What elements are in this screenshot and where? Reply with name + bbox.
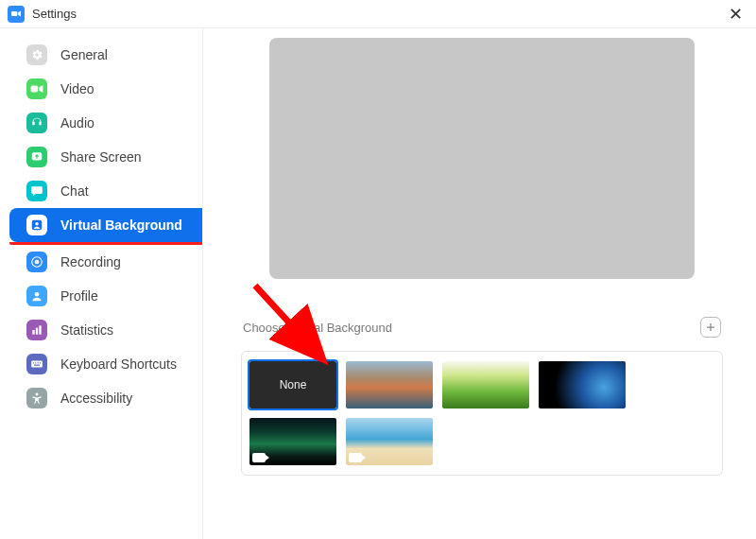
svg-rect-16 [34,365,40,366]
content-container: General Video Audio Share Screen Chat [0,28,756,539]
sidebar-item-label: Accessibility [60,391,132,406]
video-badge-icon [252,453,266,462]
add-background-button[interactable] [700,317,721,338]
sidebar-item-label: General [60,47,108,62]
titlebar: Settings ✕ [0,0,756,28]
svg-point-17 [36,392,39,395]
background-thumb-grass[interactable] [442,361,529,409]
sidebar-item-label: Profile [60,288,98,304]
sidebar-item-recording[interactable]: Recording [9,245,202,279]
share-screen-icon [26,147,47,167]
background-list: None [241,351,723,476]
recording-icon [26,252,47,272]
background-thumb-bridge[interactable] [346,361,433,409]
sidebar-item-label: Share Screen [60,149,142,165]
svg-rect-9 [36,328,38,335]
chat-icon [26,181,47,201]
background-thumb-none-label: None [280,378,307,391]
svg-rect-14 [38,362,39,363]
background-thumb-aurora[interactable] [249,418,336,465]
sidebar-item-share-screen[interactable]: Share Screen [9,140,202,174]
close-button[interactable]: ✕ [723,4,748,25]
svg-rect-1 [31,86,39,93]
svg-rect-0 [11,11,17,16]
app-icon [8,6,25,23]
svg-point-7 [35,292,40,297]
statistics-icon [26,320,47,340]
video-badge-icon [349,453,362,462]
choose-background-row: Choose Virtual Background [241,317,723,338]
choose-background-label: Choose Virtual Background [243,321,392,335]
svg-rect-12 [33,362,34,363]
sidebar-item-audio[interactable]: Audio [9,106,202,140]
svg-rect-13 [35,362,36,363]
svg-point-6 [35,260,40,265]
sidebar-item-keyboard-shortcuts[interactable]: Keyboard Shortcuts [9,347,202,381]
svg-rect-11 [31,361,43,368]
profile-icon [26,286,47,306]
video-icon [26,78,47,99]
sidebar-item-label: Keyboard Shortcuts [60,356,177,372]
sidebar-item-general[interactable]: General [9,38,202,72]
sidebar-item-video[interactable]: Video [9,72,202,106]
gear-icon [26,44,47,65]
svg-rect-15 [40,362,41,363]
sidebar: General Video Audio Share Screen Chat [0,28,203,539]
sidebar-item-label: Chat [60,183,89,199]
sidebar-item-label: Audio [60,115,94,130]
svg-rect-10 [39,325,41,334]
sidebar-item-accessibility[interactable]: Accessibility [9,381,202,415]
svg-point-4 [35,222,39,226]
keyboard-icon [26,354,47,374]
background-thumb-earth[interactable] [539,361,626,409]
video-preview [269,38,695,279]
sidebar-item-label: Statistics [60,322,113,338]
sidebar-item-statistics[interactable]: Statistics [9,313,202,347]
sidebar-item-label: Video [60,81,94,96]
sidebar-item-profile[interactable]: Profile [9,279,202,313]
titlebar-left: Settings [8,6,77,23]
sidebar-item-chat[interactable]: Chat [9,174,202,208]
background-thumb-none[interactable]: None [249,361,336,409]
window-title: Settings [32,7,77,21]
background-thumb-beach[interactable] [346,418,433,465]
sidebar-item-label: Virtual Background [60,217,182,233]
sidebar-item-virtual-background[interactable]: Virtual Background [9,208,202,242]
svg-rect-8 [32,330,34,335]
virtual-background-icon [26,215,47,235]
main-panel: Choose Virtual Background None [203,28,756,539]
accessibility-icon [26,388,47,409]
sidebar-item-label: Recording [60,254,121,270]
headphones-icon [26,113,47,133]
